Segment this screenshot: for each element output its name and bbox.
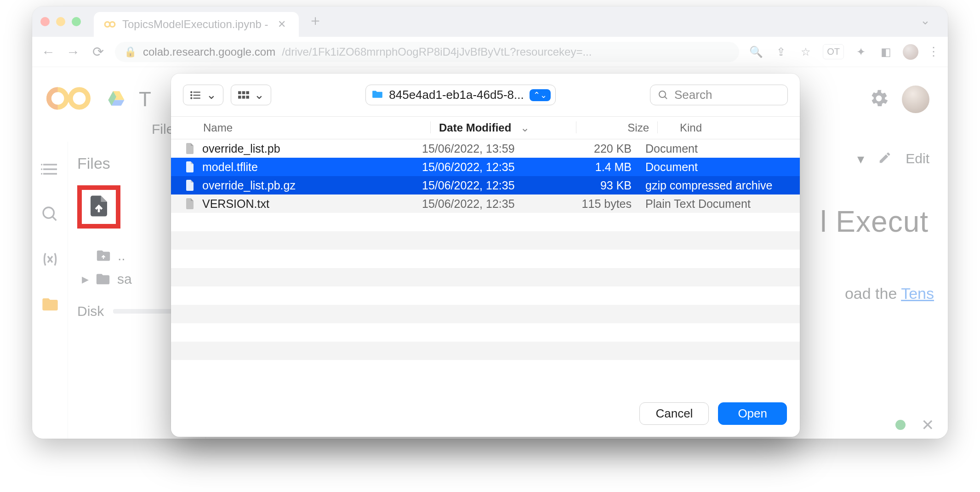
file-list: override_list.pb15/06/2022, 13:59220 KBD… bbox=[171, 139, 800, 393]
back-button[interactable]: ← bbox=[40, 44, 56, 60]
file-icon bbox=[183, 198, 197, 209]
svg-point-10 bbox=[41, 164, 42, 165]
bookmark-star-icon[interactable]: ☆ bbox=[798, 46, 814, 58]
notebook-title-fragment: T bbox=[139, 88, 151, 111]
col-size[interactable]: Size bbox=[585, 121, 649, 134]
svg-rect-18 bbox=[194, 94, 200, 95]
url-path: /drive/1Fk1iZO68mrnphOogRP8iD4jJvBfByVtL… bbox=[282, 46, 592, 58]
tensorflow-link[interactable]: Tens bbox=[901, 285, 934, 302]
file-size: 220 KB bbox=[551, 142, 632, 155]
empty-row bbox=[171, 268, 800, 286]
colab-logo-icon[interactable] bbox=[43, 84, 94, 115]
variables-icon[interactable] bbox=[41, 250, 59, 270]
left-rail bbox=[32, 142, 68, 439]
folder-selector[interactable]: 845e4ad1-eb1a-46d5-8... ⌃⌄ bbox=[365, 85, 555, 105]
profile-avatar-icon[interactable] bbox=[903, 44, 918, 60]
empty-row bbox=[171, 286, 800, 305]
cell-dropdown-icon[interactable]: ▾ bbox=[857, 151, 864, 168]
drive-icon bbox=[107, 89, 126, 110]
forward-button[interactable]: → bbox=[65, 44, 81, 60]
files-icon[interactable] bbox=[41, 295, 59, 315]
file-open-dialog: ⌄ ⌄ 845e4ad1-eb1a-46d5-8... ⌃⌄ Search Na… bbox=[171, 74, 800, 437]
file-kind: Document bbox=[632, 142, 788, 155]
settings-gear-icon[interactable] bbox=[869, 88, 889, 110]
folder-name: 845e4ad1-eb1a-46d5-8... bbox=[389, 88, 524, 102]
kernel-status-icon bbox=[895, 420, 906, 430]
open-button[interactable]: Open bbox=[718, 402, 787, 425]
empty-row bbox=[171, 250, 800, 268]
upload-file-icon[interactable] bbox=[86, 194, 111, 220]
col-date-label: Date Modified bbox=[439, 121, 511, 134]
file-row[interactable]: override_list.pb.gz15/06/2022, 12:3593 K… bbox=[171, 176, 800, 195]
tab-close-icon[interactable]: ✕ bbox=[275, 18, 289, 30]
user-avatar-icon[interactable] bbox=[902, 86, 929, 113]
file-date: 15/06/2022, 12:35 bbox=[422, 179, 551, 192]
tree-parent-label: .. bbox=[118, 248, 125, 263]
svg-rect-7 bbox=[43, 164, 57, 165]
file-row[interactable]: override_list.pb15/06/2022, 13:59220 KBD… bbox=[171, 139, 800, 158]
file-date: 15/06/2022, 12:35 bbox=[422, 197, 551, 211]
chevron-right-icon: ▸ bbox=[82, 271, 89, 287]
empty-row bbox=[171, 360, 800, 378]
side-panel-icon[interactable]: ◧ bbox=[878, 46, 894, 58]
folder-stepper-icon[interactable]: ⌃⌄ bbox=[530, 89, 551, 101]
svg-rect-21 bbox=[238, 91, 241, 94]
notebook-status-bar: ✕ bbox=[895, 416, 934, 434]
svg-point-15 bbox=[190, 91, 192, 93]
tree-sample-label: sa bbox=[117, 271, 132, 287]
edit-label[interactable]: Edit bbox=[906, 151, 929, 168]
file-size: 115 bytes bbox=[551, 197, 632, 211]
profile-chip[interactable]: OT bbox=[823, 44, 844, 59]
svg-rect-23 bbox=[246, 91, 249, 94]
browser-tab[interactable]: TopicsModelExecution.ipynb - ✕ bbox=[94, 12, 299, 37]
colab-favicon-icon bbox=[104, 18, 116, 30]
new-tab-button[interactable]: ＋ bbox=[308, 11, 323, 33]
svg-rect-22 bbox=[242, 91, 245, 94]
chevron-down-icon: ⌄ bbox=[254, 88, 264, 102]
empty-row bbox=[171, 213, 800, 231]
extensions-icon[interactable]: ✦ bbox=[853, 46, 869, 58]
svg-point-1 bbox=[110, 22, 115, 27]
url-host: colab.research.google.com bbox=[143, 46, 275, 58]
file-row[interactable]: VERSION.txt15/06/2022, 12:35115 bytesPla… bbox=[171, 195, 800, 213]
reload-button[interactable]: ⟳ bbox=[90, 44, 106, 60]
svg-rect-25 bbox=[242, 96, 245, 99]
file-size: 93 KB bbox=[551, 179, 632, 192]
svg-point-19 bbox=[190, 97, 192, 99]
browser-menu-icon[interactable]: ⋮ bbox=[928, 45, 940, 59]
browser-toolbar: ← → ⟳ 🔒 colab.research.google.com/drive/… bbox=[32, 37, 948, 67]
zoom-icon[interactable]: 🔍 bbox=[748, 46, 764, 58]
file-name: override_list.pb.gz bbox=[202, 179, 296, 192]
minimize-window-icon[interactable] bbox=[56, 17, 65, 26]
edit-pencil-icon[interactable] bbox=[878, 151, 892, 168]
col-date-modified[interactable]: Date Modified ⌄ bbox=[439, 121, 568, 134]
close-panel-icon[interactable]: ✕ bbox=[921, 416, 934, 434]
file-name: VERSION.txt bbox=[202, 197, 269, 211]
file-kind: Plain Text Document bbox=[632, 197, 788, 211]
col-kind[interactable]: Kind bbox=[666, 121, 788, 134]
search-field[interactable]: Search bbox=[650, 85, 788, 105]
file-row[interactable]: model.tflite15/06/2022, 12:351.4 MBDocum… bbox=[171, 158, 800, 176]
file-icon bbox=[183, 180, 197, 191]
col-name[interactable]: Name bbox=[183, 121, 422, 134]
address-bar[interactable]: 🔒 colab.research.google.com/drive/1Fk1iZ… bbox=[115, 42, 739, 62]
lock-icon: 🔒 bbox=[124, 46, 137, 58]
svg-point-13 bbox=[43, 207, 54, 218]
view-grid-button[interactable]: ⌄ bbox=[231, 85, 271, 105]
svg-rect-26 bbox=[246, 96, 249, 99]
fullscreen-window-icon[interactable] bbox=[72, 17, 81, 26]
cancel-button[interactable]: Cancel bbox=[639, 402, 709, 425]
upload-button-highlight bbox=[77, 185, 120, 229]
view-list-button[interactable]: ⌄ bbox=[183, 85, 223, 105]
tabs-dropdown-icon[interactable]: ⌄ bbox=[911, 13, 940, 30]
sort-descending-icon: ⌄ bbox=[520, 121, 530, 134]
file-name: override_list.pb bbox=[202, 142, 280, 155]
svg-point-3 bbox=[70, 90, 88, 107]
tab-title: TopicsModelExecution.ipynb - bbox=[122, 18, 268, 31]
file-date: 15/06/2022, 12:35 bbox=[422, 160, 551, 174]
share-icon[interactable]: ⇪ bbox=[773, 46, 789, 58]
close-window-icon[interactable] bbox=[40, 17, 50, 26]
search-icon[interactable] bbox=[41, 205, 59, 225]
toc-icon[interactable] bbox=[41, 160, 59, 180]
svg-line-14 bbox=[52, 217, 56, 220]
